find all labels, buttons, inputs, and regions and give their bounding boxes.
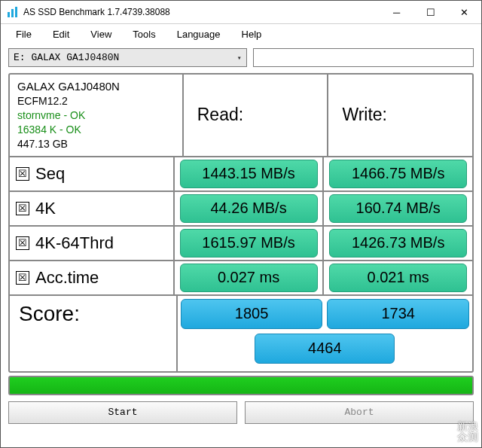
menu-edit[interactable]: Edit xyxy=(42,26,80,42)
window-controls: ─ ☐ ✕ xyxy=(380,2,481,23)
header-row: GALAX GA1J0480N ECFM12.2 stornvme - OK 1… xyxy=(10,75,472,157)
fk64-read-value: 1615.97 MB/s xyxy=(180,229,318,258)
drive-model: GALAX GA1J0480N xyxy=(17,79,175,94)
minimize-button[interactable]: ─ xyxy=(380,2,413,23)
abort-button[interactable]: Abort xyxy=(245,401,474,424)
score-write: 1734 xyxy=(327,299,469,329)
menu-view[interactable]: View xyxy=(80,26,122,42)
menu-file[interactable]: File xyxy=(5,26,42,42)
row-4k64-label: ☒ 4K-64Thrd xyxy=(10,227,175,260)
row-seq: ☒ Seq 1443.15 MB/s 1466.75 MB/s xyxy=(10,157,472,192)
progress-bar xyxy=(8,376,474,395)
fk-read-value: 44.26 MB/s xyxy=(180,194,318,223)
menu-help[interactable]: Help xyxy=(231,26,273,42)
drive-driver-status: stornvme - OK xyxy=(17,108,175,123)
svg-rect-1 xyxy=(11,9,14,17)
score-read: 1805 xyxy=(181,299,323,329)
column-header-read: Read: xyxy=(184,75,329,156)
score-grid: 1805 1734 4464 xyxy=(178,296,472,371)
start-button[interactable]: Start xyxy=(8,401,237,424)
checkbox-acc[interactable]: ☒ xyxy=(16,271,29,285)
test-size-input[interactable] xyxy=(253,48,474,67)
watermark-line2: 众测 xyxy=(457,431,478,443)
score-total: 4464 xyxy=(255,334,395,364)
row-acc-label: ☒ Acc.time xyxy=(10,261,175,294)
label-seq: Seq xyxy=(35,164,65,184)
score-label: Score: xyxy=(10,296,178,371)
app-window: AS SSD Benchmark 1.7.4739.38088 ─ ☐ ✕ Fi… xyxy=(0,0,482,448)
label-4k: 4K xyxy=(35,199,56,218)
checkbox-4k[interactable]: ☒ xyxy=(16,202,29,215)
button-row: Start Abort xyxy=(8,401,474,424)
label-acc: Acc.time xyxy=(35,268,99,288)
results-panel: GALAX GA1J0480N ECFM12.2 stornvme - OK 1… xyxy=(8,73,474,373)
row-seq-label: ☒ Seq xyxy=(10,157,175,190)
row-4k-label: ☒ 4K xyxy=(10,192,175,225)
checkbox-seq[interactable]: ☒ xyxy=(16,167,29,181)
drive-row: E: GALAX GA1J0480N ▾ xyxy=(1,44,481,72)
row-acctime: ☒ Acc.time 0.027 ms 0.021 ms xyxy=(10,261,472,296)
chevron-down-icon: ▾ xyxy=(237,53,242,62)
score-row: Score: 1805 1734 4464 xyxy=(10,296,472,371)
column-header-write: Write: xyxy=(328,75,472,156)
svg-rect-0 xyxy=(8,12,10,17)
menu-tools[interactable]: Tools xyxy=(122,26,166,42)
label-4k64: 4K-64Thrd xyxy=(35,233,114,253)
fk-write-value: 160.74 MB/s xyxy=(329,194,467,223)
fk64-write-value: 1426.73 MB/s xyxy=(329,229,467,258)
acc-write-value: 0.021 ms xyxy=(329,264,467,292)
drive-select[interactable]: E: GALAX GA1J0480N ▾ xyxy=(8,48,247,67)
menu-language[interactable]: Language xyxy=(166,26,231,42)
menu-bar: File Edit View Tools Language Help xyxy=(1,24,481,44)
watermark: 新浪 众测 xyxy=(457,421,478,443)
drive-info: GALAX GA1J0480N ECFM12.2 stornvme - OK 1… xyxy=(10,75,184,156)
drive-firmware: ECFM12.2 xyxy=(17,94,175,108)
drive-select-value: E: GALAX GA1J0480N xyxy=(14,52,119,63)
checkbox-4k64[interactable]: ☒ xyxy=(16,236,29,250)
app-icon xyxy=(7,6,19,18)
row-4k: ☒ 4K 44.26 MB/s 160.74 MB/s xyxy=(10,192,472,227)
drive-alignment-status: 16384 K - OK xyxy=(17,123,175,137)
acc-read-value: 0.027 ms xyxy=(180,264,318,292)
seq-read-value: 1443.15 MB/s xyxy=(180,160,318,188)
svg-rect-2 xyxy=(15,7,17,17)
maximize-button[interactable]: ☐ xyxy=(413,2,447,23)
title-bar: AS SSD Benchmark 1.7.4739.38088 ─ ☐ ✕ xyxy=(1,1,481,24)
row-4k-64thrd: ☒ 4K-64Thrd 1615.97 MB/s 1426.73 MB/s xyxy=(10,227,472,261)
seq-write-value: 1466.75 MB/s xyxy=(329,160,467,188)
window-title: AS SSD Benchmark 1.7.4739.38088 xyxy=(23,7,380,17)
close-button[interactable]: ✕ xyxy=(447,2,481,23)
drive-capacity: 447.13 GB xyxy=(17,137,175,151)
